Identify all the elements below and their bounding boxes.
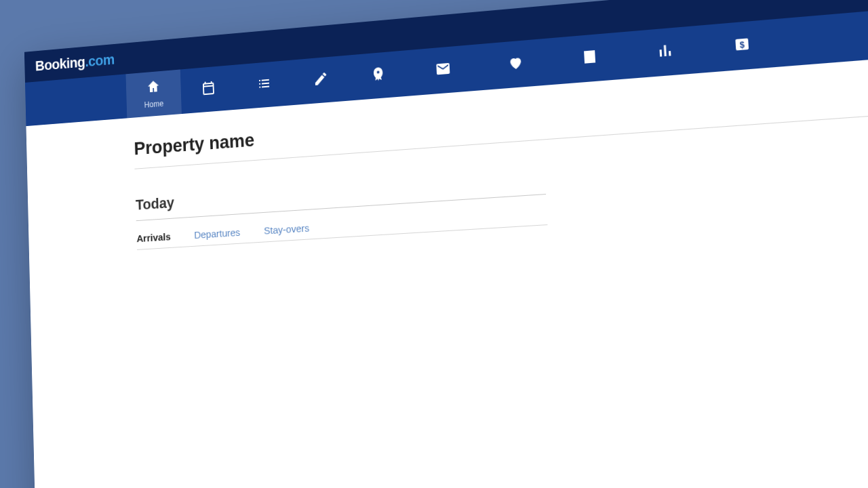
nav-calendar[interactable] (180, 65, 237, 114)
list-icon (256, 75, 272, 95)
calendar-icon (201, 79, 216, 99)
today-section: Today Arrivals Departures Stay-overs (136, 169, 548, 250)
tab-stayovers[interactable]: Stay-overs (264, 222, 309, 237)
nav-inbox[interactable] (406, 44, 480, 96)
svg-text:$: $ (739, 40, 745, 50)
mail-icon (435, 60, 451, 81)
tab-arrivals[interactable]: Arrivals (136, 230, 171, 244)
pencil-icon (313, 70, 329, 90)
nav-list[interactable] (235, 60, 293, 110)
home-icon (146, 79, 161, 98)
logo-part-2: .com (85, 51, 115, 70)
app-window: Booking.com Home (24, 0, 868, 488)
nav-edit[interactable] (292, 55, 351, 105)
nav-reviews[interactable] (551, 32, 629, 85)
nav-finance[interactable]: $ (702, 19, 783, 73)
finance-icon: $ (733, 35, 751, 56)
nav-boost[interactable] (349, 50, 408, 100)
bar-chart-icon (656, 41, 674, 62)
rocket-icon (370, 66, 387, 86)
nav-favorites[interactable] (478, 38, 554, 90)
nav-home[interactable]: Home (125, 70, 181, 119)
tab-departures[interactable]: Departures (194, 226, 240, 241)
document-icon (581, 48, 599, 68)
logo-part-1: Booking (35, 54, 85, 74)
heart-icon (507, 54, 524, 75)
nav-home-label: Home (144, 99, 163, 110)
nav-analytics[interactable] (626, 25, 705, 79)
brand-logo: Booking.com (35, 51, 115, 75)
